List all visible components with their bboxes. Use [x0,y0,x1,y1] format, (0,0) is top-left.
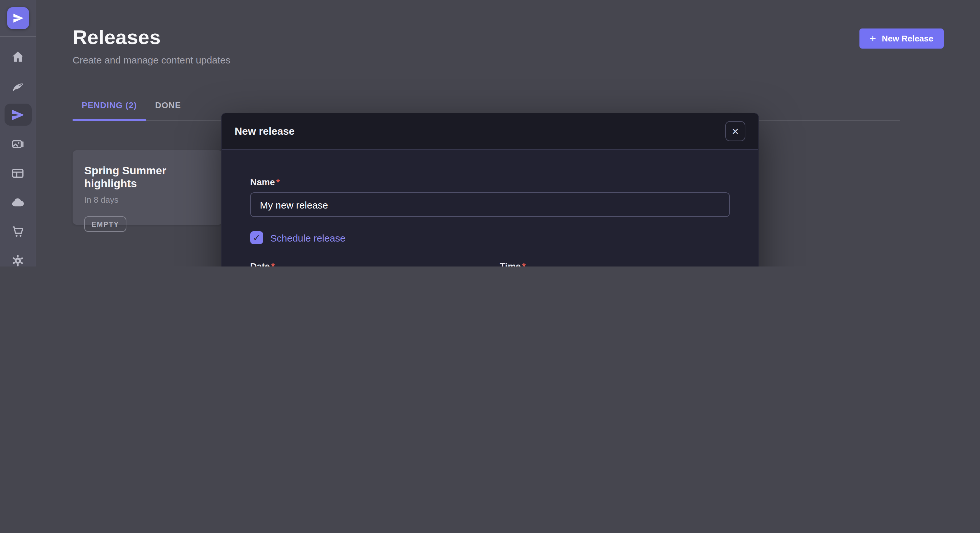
send-icon [11,108,25,121]
name-label: Name* [250,177,730,187]
cloud-icon [11,195,25,209]
modal-header: New release ✕ [222,113,758,150]
app-window: KD Releases Create and manage content up… [0,0,980,266]
page-title: Releases [73,26,161,49]
sidebar-item-media[interactable] [4,133,32,155]
date-time-row: Date* 09/10/2024 ✕ Time* [250,261,730,266]
date-column: Date* 09/10/2024 ✕ [250,261,487,266]
gear-icon [11,254,25,266]
home-icon [11,49,25,63]
sidebar: KD [0,0,36,266]
modal-title: New release [235,125,294,137]
release-card-due: In 8 days [84,195,211,205]
app-logo[interactable] [7,7,29,29]
sidebar-divider [0,36,36,37]
cart-icon [11,224,25,238]
new-release-button-label: New Release [882,34,933,43]
required-mark: * [276,177,280,187]
sidebar-item-shop[interactable] [4,220,32,242]
sidebar-nav [0,45,36,266]
sidebar-item-cloud[interactable] [4,191,32,213]
sidebar-item-content[interactable] [4,75,32,97]
modal-body: Name* ✓ Schedule release Date* 09/10/202 [222,150,758,266]
date-label-text: Date [250,261,270,266]
release-card-status-badge: EMPTY [84,216,126,232]
time-column: Time* --:-- [500,261,730,266]
plus-icon: + [870,33,876,44]
page-subtitle: Create and manage content updates [73,54,231,65]
new-release-modal: New release ✕ Name* ✓ Schedule release D… [221,113,759,266]
release-card-title: Spring Summer highlights [84,165,211,190]
schedule-checkbox[interactable]: ✓ [250,231,263,244]
send-icon [12,12,24,24]
schedule-checkbox-label: Schedule release [270,232,345,243]
layout-icon [11,166,25,180]
date-label: Date* [250,261,487,266]
required-mark: * [271,261,275,266]
modal-close-button[interactable]: ✕ [725,121,745,141]
schedule-release-toggle[interactable]: ✓ Schedule release [250,231,730,244]
required-mark: * [522,261,526,266]
name-label-text: Name [250,177,275,187]
sidebar-item-pages[interactable] [4,162,32,184]
sidebar-item-settings[interactable] [4,249,32,266]
time-label: Time* [500,261,730,266]
sidebar-item-releases[interactable] [4,104,32,125]
tab-pending[interactable]: PENDING (2) [73,100,146,121]
close-icon: ✕ [732,126,739,136]
sidebar-item-home[interactable] [4,45,32,67]
feather-icon [11,79,25,92]
name-input[interactable] [250,192,730,217]
release-card[interactable]: Spring Summer highlights In 8 days EMPTY [73,150,222,225]
tab-done[interactable]: DONE [146,100,190,121]
new-release-button[interactable]: + New Release [859,29,944,49]
images-icon [11,137,25,151]
time-label-text: Time [500,261,521,266]
